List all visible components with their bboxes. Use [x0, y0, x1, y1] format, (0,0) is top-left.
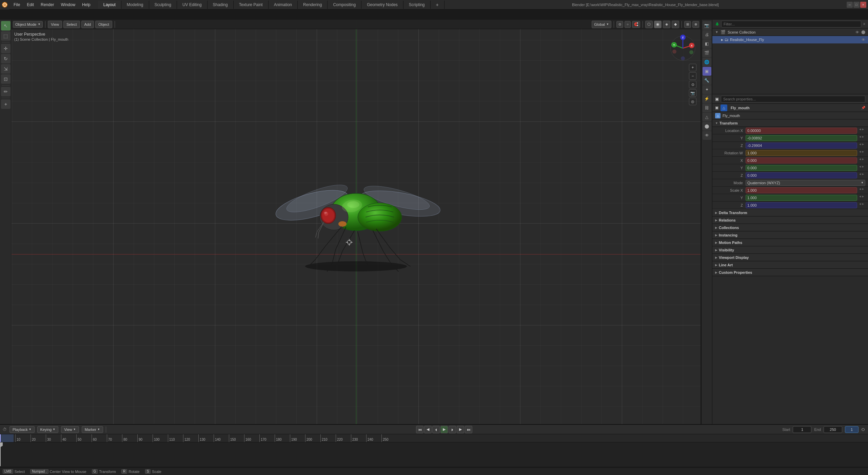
object-properties-icon[interactable]: ▣	[703, 67, 711, 76]
rotation-z-field[interactable]: 0.000	[746, 172, 857, 178]
snapping[interactable]: 🧲	[632, 21, 640, 28]
shading-rendered[interactable]: ◆	[672, 21, 679, 28]
tab-geometry-nodes[interactable]: Geometry Nodes	[361, 1, 403, 9]
start-frame-field[interactable]: 1	[793, 426, 811, 433]
outliner-search-input[interactable]	[721, 21, 861, 27]
measure-tool-button[interactable]: ⌖	[1, 99, 11, 109]
scale-z-field[interactable]: 1.000	[746, 202, 857, 208]
tab-layout[interactable]: Layout	[98, 1, 121, 9]
fly-walk-button[interactable]: ◎	[689, 98, 696, 105]
location-x-field[interactable]: 0.00000	[746, 128, 857, 134]
object-data-properties-icon[interactable]: △	[703, 113, 711, 121]
cursor-tool-button[interactable]: ↖	[1, 21, 11, 31]
timeline-scrubber[interactable]	[0, 442, 868, 466]
proportional-edit[interactable]: ○	[625, 21, 631, 28]
render-properties-icon[interactable]: 📷	[703, 21, 711, 30]
scale-tool-button[interactable]: ⇲	[1, 64, 11, 74]
viewport-display-section[interactable]: ▶ Viewport Display	[712, 254, 868, 261]
constraints-properties-icon[interactable]: ⛓	[703, 103, 711, 112]
rotation-y-arrow[interactable]: ◄►	[858, 165, 865, 171]
minimize-button[interactable]: ─	[847, 2, 853, 8]
mode-dropdown[interactable]: Object Mode ▼	[13, 21, 43, 28]
prev-keyframe-button[interactable]: ⏴	[432, 426, 440, 433]
outliner-options-button[interactable]: ≡	[863, 22, 865, 26]
physics-properties-icon[interactable]: ⚡	[703, 94, 711, 103]
tab-modeling[interactable]: Modeling	[121, 1, 149, 9]
properties-search-input[interactable]	[721, 96, 865, 102]
world-properties-icon[interactable]: 🌐	[703, 58, 711, 66]
tab-uv-editing[interactable]: UV Editing	[177, 1, 208, 9]
add-menu[interactable]: Add	[81, 21, 94, 28]
axis-gizmo[interactable]: X Y Z	[669, 35, 696, 62]
location-z-field[interactable]: -0.29904	[746, 142, 857, 149]
perspective-ortho-toggle[interactable]: ⊙	[689, 81, 696, 88]
move-tool-button[interactable]: ✛	[1, 44, 11, 53]
instancing-section[interactable]: ▶ Instancing	[712, 231, 868, 239]
timeline-ruler[interactable]: 10 20 30 40 50 60 70 80 90 100 110 120 1…	[0, 434, 868, 442]
marker-menu[interactable]: Marker ▼	[82, 426, 103, 433]
location-y-field[interactable]: -0.00892	[746, 135, 857, 141]
play-pause-button[interactable]: ▶	[440, 426, 448, 433]
scale-x-arrow[interactable]: ◄►	[858, 187, 865, 193]
view-layer-properties-icon[interactable]: ◧	[703, 39, 711, 48]
location-y-arrow[interactable]: ◄►	[858, 135, 865, 141]
object-menu[interactable]: Object	[95, 21, 112, 28]
tab-animation[interactable]: Animation	[269, 1, 298, 9]
collections-section[interactable]: ▶ Collections	[712, 224, 868, 231]
zoom-out-button[interactable]: −	[689, 72, 696, 80]
pin-icon[interactable]: 📌	[861, 106, 865, 110]
tab-add[interactable]: +	[431, 1, 445, 9]
select-menu[interactable]: Select	[63, 21, 80, 28]
overlay-toggle[interactable]: ⊞	[684, 21, 691, 28]
scene-collection-restrict-icon[interactable]: ⬤	[861, 30, 865, 34]
annotate-tool-button[interactable]: ✏	[1, 87, 11, 96]
modifier-properties-icon[interactable]: 🔧	[703, 76, 711, 85]
playback-menu[interactable]: Playback ▼	[9, 426, 35, 433]
visibility-properties-icon[interactable]: 👁	[703, 131, 711, 140]
shading-material[interactable]: ◈	[663, 21, 670, 28]
scene-collection-eye-icon[interactable]: 👁	[855, 30, 859, 34]
outliner-item-realistic-house-fly[interactable]: ▸ 🗂 Realistic_House_Fly 👁	[712, 36, 868, 43]
maximize-button[interactable]: □	[853, 2, 860, 8]
menu-edit[interactable]: Edit	[23, 1, 37, 8]
rotation-w-arrow[interactable]: ◄►	[858, 150, 865, 156]
delta-transform-section[interactable]: ▶ Delta Transform	[712, 209, 868, 216]
tab-scripting[interactable]: Scripting	[403, 1, 431, 9]
menu-file[interactable]: File	[10, 1, 23, 8]
location-z-arrow[interactable]: ◄►	[858, 142, 865, 149]
keying-menu[interactable]: Keying ▼	[37, 426, 59, 433]
zoom-in-button[interactable]: +	[689, 64, 696, 71]
particles-properties-icon[interactable]: ✦	[703, 85, 711, 94]
view-menu-tl[interactable]: View ▼	[61, 426, 79, 433]
gizmo-toggle[interactable]: ⊕	[692, 21, 699, 28]
use-preview-range-icon[interactable]: ⏲	[861, 427, 865, 432]
scale-y-arrow[interactable]: ◄►	[858, 195, 865, 201]
tab-sculpting[interactable]: Sculpting	[149, 1, 177, 9]
location-x-arrow[interactable]: ◄►	[858, 128, 865, 134]
scale-z-arrow[interactable]: ◄►	[858, 202, 865, 208]
end-frame-field[interactable]: 250	[824, 426, 842, 433]
item-eye-icon[interactable]: 👁	[862, 38, 865, 42]
rotation-z-arrow[interactable]: ◄►	[858, 172, 865, 178]
line-art-section[interactable]: ▶ Line Art	[712, 261, 868, 269]
menu-help[interactable]: Help	[79, 1, 94, 8]
tab-texture-paint[interactable]: Texture Paint	[234, 1, 269, 9]
tab-compositing[interactable]: Compositing	[328, 1, 361, 9]
rotation-mode-dropdown[interactable]: Quaternion (WXYZ) ▼	[746, 180, 865, 186]
relations-section[interactable]: ▶ Relations	[712, 216, 868, 224]
close-button[interactable]: ✕	[860, 2, 866, 8]
camera-view-button[interactable]: 📷	[689, 89, 696, 97]
tab-rendering[interactable]: Rendering	[298, 1, 328, 9]
visibility-section[interactable]: ▶ Visibility	[712, 246, 868, 254]
view-menu[interactable]: View	[48, 21, 62, 28]
material-properties-icon[interactable]: ⬤	[703, 122, 711, 131]
next-keyframe-button[interactable]: ⏵	[449, 426, 456, 433]
next-frame-button[interactable]: ▶	[457, 426, 464, 433]
rotation-y-field[interactable]: 0.000	[746, 165, 857, 171]
pivot-point[interactable]: ⊙	[616, 21, 623, 28]
motion-paths-section[interactable]: ▶ Motion Paths	[712, 239, 868, 246]
scale-y-field[interactable]: 1.000	[746, 195, 857, 201]
viewport-3d[interactable]: Object Mode ▼ View Select Add Object Glo…	[12, 20, 701, 424]
select-box-tool[interactable]: ⬚	[1, 31, 11, 41]
jump-end-button[interactable]: ⏭	[465, 426, 472, 433]
